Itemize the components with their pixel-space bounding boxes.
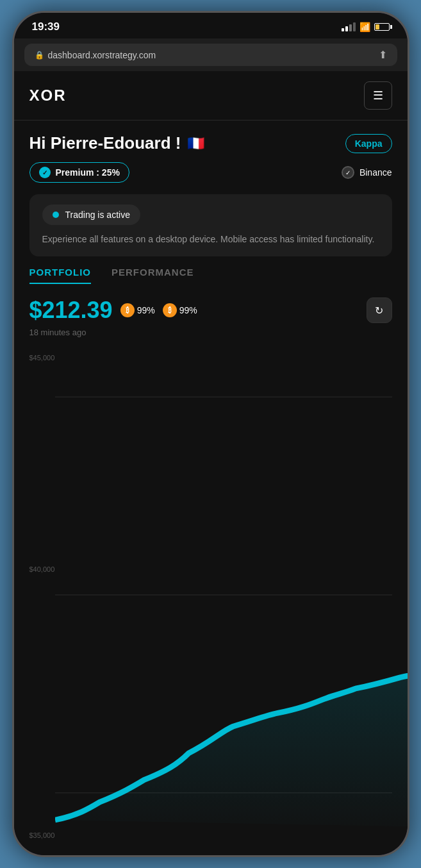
status-icons: 📶 <box>342 22 390 32</box>
btc-badge-2: ₿ 99% <box>163 303 197 317</box>
time-ago: 18 minutes ago <box>29 328 392 337</box>
status-card: Trading is active Experience all feature… <box>29 194 392 256</box>
info-text: Experience all features on a desktop dev… <box>42 233 379 246</box>
greeting-row: Hi Pierre-Edouard ! 🇫🇷 Kappa <box>29 133 392 153</box>
tab-performance[interactable]: PERFORMANCE <box>111 267 194 284</box>
btc-icon-1: ₿ <box>120 303 135 317</box>
trading-status-label: Trading is active <box>65 210 130 220</box>
tab-portfolio[interactable]: PORTFOLIO <box>29 267 92 284</box>
plan-badge[interactable]: Kappa <box>345 134 392 153</box>
trading-status-badge: Trading is active <box>42 204 140 225</box>
status-time: 19:39 <box>32 21 60 33</box>
battery-icon <box>374 23 390 31</box>
btc-badge-1: ₿ 99% <box>120 303 155 317</box>
premium-label: Premium : 25% <box>56 167 120 178</box>
chart-svg <box>55 397 408 842</box>
greeting-text: Hi Pierre-Edouard ! <box>29 133 181 153</box>
exchange-check-icon: ✓ <box>342 166 354 179</box>
premium-check-icon: ✓ <box>39 167 51 178</box>
portfolio-value: $212.39 <box>29 297 113 324</box>
menu-button[interactable]: ☰ <box>364 81 392 110</box>
main-content: Hi Pierre-Edouard ! 🇫🇷 Kappa ✓ Premium :… <box>14 121 408 855</box>
signal-icon <box>342 22 356 31</box>
premium-badge[interactable]: ✓ Premium : 25% <box>29 162 129 183</box>
chart-label-45k: $45,000 <box>29 354 55 362</box>
hamburger-icon: ☰ <box>373 88 383 103</box>
status-dot-icon <box>53 212 59 218</box>
badges-row: ✓ Premium : 25% ✓ Binance <box>29 162 392 183</box>
portfolio-value-row: $212.39 ₿ 99% ₿ 99% ↻ <box>29 297 392 324</box>
chart-label-40k: $40,000 <box>29 565 55 573</box>
app-header: XOR ☰ <box>14 71 408 121</box>
btc-pct-2: 99% <box>179 305 197 315</box>
flag-emoji: 🇫🇷 <box>187 135 204 152</box>
refresh-button[interactable]: ↻ <box>367 297 392 323</box>
btc-pct-1: 99% <box>137 305 155 315</box>
chart-label-35k: $35,000 <box>29 831 55 839</box>
wifi-icon: 📶 <box>359 22 370 32</box>
lock-icon: 🔒 <box>35 51 44 60</box>
exchange-label: Binance <box>359 167 392 178</box>
chart-area: $45,000 $40,000 $35,000 <box>29 347 392 842</box>
app-content: XOR ☰ Hi Pierre-Edouard ! 🇫🇷 Kappa <box>14 71 408 855</box>
refresh-icon: ↻ <box>375 305 383 317</box>
greeting-group: Hi Pierre-Edouard ! 🇫🇷 <box>29 133 205 153</box>
status-bar: 19:39 📶 <box>14 13 408 38</box>
exchange-badge: ✓ Binance <box>342 166 392 179</box>
tabs-row: PORTFOLIO PERFORMANCE <box>29 267 392 284</box>
browser-bar: 🔒 dashboard.xorstrategy.com ⬆ <box>14 38 408 71</box>
url-text: 🔒 dashboard.xorstrategy.com <box>35 50 156 60</box>
btc-icon-2: ₿ <box>163 303 177 317</box>
share-icon[interactable]: ⬆ <box>379 49 387 61</box>
url-bar[interactable]: 🔒 dashboard.xorstrategy.com ⬆ <box>24 44 397 66</box>
logo: XOR <box>29 87 67 104</box>
